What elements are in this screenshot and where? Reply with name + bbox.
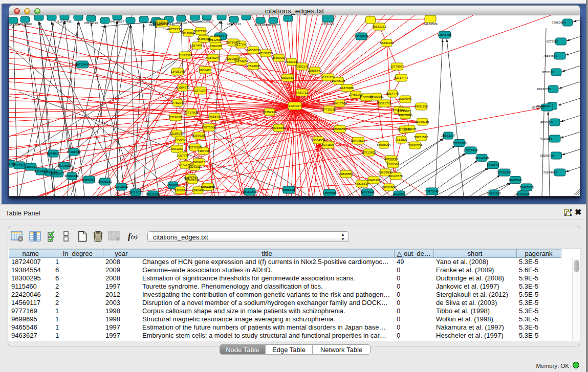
- svg-text:0932480: 0932480: [199, 68, 212, 72]
- svg-text:26838851: 26838851: [339, 172, 353, 176]
- svg-text:45171236: 45171236: [321, 75, 335, 79]
- svg-text:73872148: 73872148: [425, 189, 439, 193]
- svg-text:(x): (x): [131, 233, 138, 240]
- svg-text:68998094: 68998094: [377, 143, 391, 146]
- svg-text:24278680: 24278680: [57, 164, 72, 167]
- svg-text:16048175: 16048175: [331, 79, 345, 82]
- svg-text:13186999: 13186999: [169, 132, 184, 135]
- svg-text:19384554: 19384554: [311, 138, 325, 142]
- svg-text:71906594: 71906594: [173, 188, 187, 192]
- svg-text:92617964: 92617964: [333, 101, 347, 105]
- svg-text:37474074: 37474074: [234, 59, 248, 63]
- svg-text:14846564: 14846564: [322, 191, 337, 194]
- svg-text:84210205: 84210205: [271, 126, 286, 129]
- svg-text:81618495: 81618495: [57, 19, 72, 23]
- svg-text:92322602: 92322602: [114, 185, 128, 188]
- svg-text:45352181: 45352181: [372, 25, 386, 28]
- svg-text:75891783: 75891783: [377, 101, 391, 105]
- svg-text:32858842: 32858842: [308, 69, 322, 72]
- svg-text:17594647: 17594647: [246, 64, 260, 68]
- svg-text:5814770: 5814770: [386, 92, 399, 95]
- svg-text:12779979: 12779979: [390, 64, 404, 68]
- svg-text:2236231: 2236231: [487, 163, 499, 167]
- svg-text:87277434: 87277434: [464, 148, 478, 152]
- svg-text:02402681: 02402681: [369, 95, 384, 98]
- svg-text:7187026: 7187026: [198, 149, 210, 152]
- svg-text:17278895: 17278895: [452, 141, 467, 145]
- svg-text:67737826: 67737826: [184, 111, 199, 114]
- svg-text:36026064: 36026064: [354, 34, 368, 38]
- svg-text:44550229: 44550229: [384, 157, 398, 161]
- svg-text:77496499: 77496499: [173, 138, 187, 141]
- svg-text:37735158: 37735158: [322, 107, 336, 111]
- svg-text:53396360: 53396360: [192, 134, 206, 137]
- svg-text:58760366: 58760366: [497, 170, 512, 174]
- svg-text:6071596: 6071596: [322, 143, 335, 146]
- svg-text:70952145: 70952145: [295, 64, 309, 68]
- svg-text:98169340: 98169340: [243, 190, 257, 193]
- svg-text:36629946: 36629946: [360, 190, 375, 194]
- svg-text:4966319: 4966319: [540, 120, 553, 124]
- svg-text:38299737: 38299737: [266, 23, 280, 27]
- svg-text:8215955: 8215955: [532, 105, 545, 109]
- svg-text:46578713: 46578713: [227, 22, 241, 26]
- svg-text:65766156: 65766156: [415, 120, 429, 123]
- svg-text:2067974: 2067974: [177, 154, 189, 157]
- svg-text:28098851: 28098851: [333, 127, 347, 130]
- svg-text:4586850: 4586850: [167, 183, 180, 187]
- svg-text:89611836: 89611836: [414, 104, 428, 108]
- svg-text:91769367: 91769367: [516, 192, 530, 196]
- svg-text:51370985: 51370985: [340, 86, 354, 90]
- svg-text:13433200: 13433200: [487, 191, 501, 195]
- svg-text:54330365: 54330365: [146, 192, 160, 196]
- svg-text:57809134: 57809134: [185, 178, 200, 182]
- svg-text:68723430: 68723430: [75, 62, 90, 66]
- svg-text:52717744: 52717744: [394, 76, 408, 79]
- svg-text:53147379: 53147379: [155, 21, 169, 25]
- svg-text:14658404: 14658404: [207, 115, 222, 118]
- svg-text:3341232: 3341232: [171, 147, 184, 150]
- svg-text:9670546: 9670546: [509, 178, 522, 182]
- svg-text:18506716: 18506716: [540, 154, 554, 157]
- svg-text:26247317: 26247317: [213, 34, 228, 38]
- svg-text:0532931: 0532931: [281, 76, 294, 79]
- svg-text:1724007: 1724007: [289, 104, 301, 107]
- svg-text:7151820: 7151820: [395, 138, 408, 141]
- svg-text:09232719: 09232719: [537, 87, 551, 91]
- svg-text:8470076: 8470076: [399, 97, 412, 101]
- svg-text:78377701: 78377701: [193, 29, 208, 33]
- svg-text:34216073: 34216073: [128, 190, 143, 194]
- svg-text:0801326: 0801326: [322, 21, 335, 25]
- svg-text:4828148: 4828148: [175, 21, 188, 25]
- svg-text:25135427: 25135427: [50, 171, 64, 175]
- svg-text:41199867: 41199867: [397, 109, 411, 113]
- svg-text:65512567: 65512567: [208, 38, 222, 41]
- svg-text:70348247: 70348247: [206, 56, 220, 59]
- svg-text:27315851: 27315851: [362, 150, 376, 154]
- svg-text:27875588: 27875588: [202, 125, 216, 129]
- svg-text:26284987: 26284987: [543, 170, 557, 174]
- svg-text:13171274: 13171274: [193, 89, 207, 92]
- svg-text:3990490: 3990490: [192, 188, 205, 192]
- svg-text:6719022: 6719022: [169, 115, 182, 119]
- svg-text:25459910: 25459910: [378, 170, 393, 174]
- svg-text:8760385: 8760385: [210, 44, 223, 48]
- svg-text:93352904: 93352904: [263, 110, 277, 114]
- svg-text:3105183: 3105183: [254, 23, 267, 27]
- svg-text:40084271: 40084271: [176, 85, 190, 89]
- svg-text:59051518: 59051518: [414, 135, 428, 139]
- svg-text:85574443: 85574443: [190, 43, 204, 47]
- svg-text:75564641: 75564641: [543, 54, 557, 57]
- svg-text:6272046: 6272046: [546, 39, 559, 43]
- svg-text:6431713: 6431713: [296, 91, 309, 94]
- svg-text:78892554: 78892554: [408, 143, 422, 147]
- svg-text:34714345: 34714345: [475, 156, 489, 160]
- svg-text:64139537: 64139537: [110, 19, 124, 23]
- svg-text:8244935: 8244935: [47, 151, 60, 155]
- svg-text:6117240: 6117240: [235, 42, 247, 46]
- svg-text:16648784: 16648784: [438, 33, 452, 36]
- svg-text:8324210: 8324210: [188, 165, 201, 168]
- svg-text:8835615: 8835615: [282, 188, 295, 191]
- svg-text:87401640: 87401640: [67, 150, 81, 154]
- svg-text:73467065: 73467065: [519, 185, 534, 189]
